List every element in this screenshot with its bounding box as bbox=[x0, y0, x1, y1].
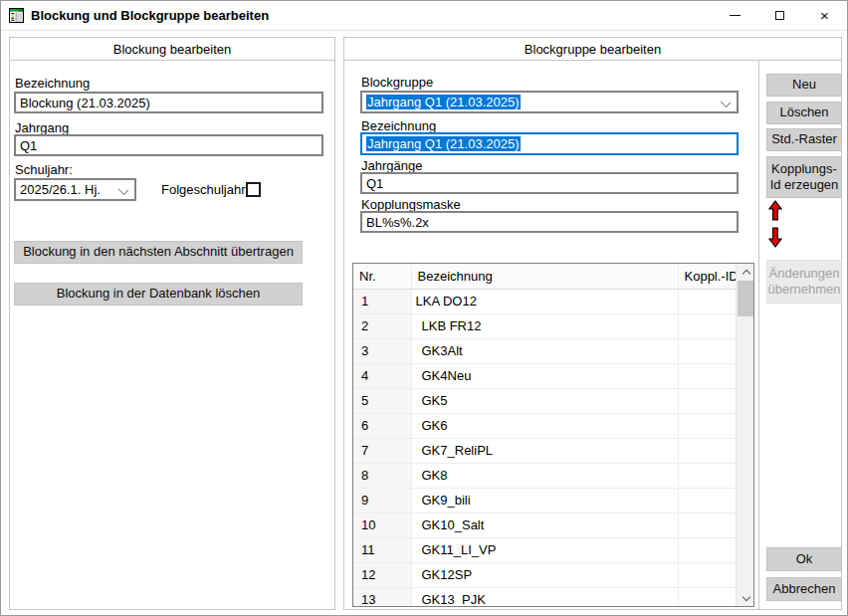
column-header[interactable]: Bezeichnung bbox=[411, 264, 678, 289]
blockgruppe-label: Blockgruppe bbox=[361, 75, 433, 91]
table-cell: 10 bbox=[353, 513, 411, 537]
kopplungs-id-erzeugen-button[interactable]: Kopplungs-Id erzeugen bbox=[766, 156, 842, 198]
column-header[interactable]: Koppl.-ID bbox=[678, 264, 736, 289]
table-cell bbox=[678, 413, 736, 438]
table-cell: 8 bbox=[353, 463, 411, 488]
transfer-blockung-button[interactable]: Blockung in den nächsten Abschnitt übert… bbox=[14, 241, 303, 264]
table-cell bbox=[678, 537, 736, 562]
chevron-down-icon bbox=[119, 186, 127, 194]
move-down-button[interactable] bbox=[768, 227, 786, 249]
folgeschuljahr-checkbox[interactable] bbox=[246, 182, 261, 197]
panel-divider bbox=[758, 61, 759, 609]
table-cell: 11 bbox=[353, 537, 411, 562]
neu-button[interactable]: Neu bbox=[766, 74, 842, 97]
table-cell bbox=[678, 338, 736, 363]
table-cell: GK7_ReliPL bbox=[411, 438, 678, 463]
close-icon: × bbox=[820, 8, 829, 23]
table-cell bbox=[678, 363, 736, 388]
bezeichnung-gruppe-value: Jahrgang Q1 (21.03.2025) bbox=[366, 136, 521, 151]
blockgruppe-selected-value: Jahrgang Q1 (21.03.2025) bbox=[366, 95, 521, 109]
chevron-down-icon bbox=[722, 99, 730, 106]
table-row[interactable]: 8GK8 bbox=[353, 463, 736, 488]
ok-button[interactable]: Ok bbox=[766, 547, 842, 571]
column-header[interactable]: Nr. bbox=[353, 264, 411, 289]
minimize-icon bbox=[730, 15, 741, 16]
abbrechen-button[interactable]: Abbrechen bbox=[766, 577, 842, 601]
table-cell: GK11_LI_VP bbox=[411, 537, 678, 562]
window-title: Blockung und Blockgruppe bearbeiten bbox=[31, 8, 269, 23]
caption-buttons: × bbox=[713, 1, 847, 30]
table-row[interactable]: 7GK7_ReliPL bbox=[353, 438, 736, 463]
std-raster-button[interactable]: Std.-Raster bbox=[766, 128, 842, 151]
maximize-button[interactable] bbox=[757, 1, 802, 30]
delete-blockung-button[interactable]: Blockung in der Datenbank löschen bbox=[14, 283, 303, 306]
table-cell bbox=[678, 587, 736, 607]
table-cell bbox=[678, 388, 736, 413]
table-cell: 3 bbox=[353, 338, 411, 363]
bezeichnung-input[interactable] bbox=[14, 92, 323, 113]
close-button[interactable]: × bbox=[802, 1, 847, 30]
table-cell: GK3Alt bbox=[411, 338, 678, 363]
blockung-group-title: Blockung bearbeiten bbox=[10, 38, 334, 61]
table-cell: GK13_PJK bbox=[411, 587, 678, 607]
blockung-group: Blockung bearbeiten Bezeichnung Jahrgang… bbox=[9, 37, 335, 610]
minimize-button[interactable] bbox=[713, 1, 757, 30]
schuljahr-label: Schuljahr: bbox=[15, 162, 73, 178]
blockgruppe-select[interactable]: Jahrgang Q1 (21.03.2025) bbox=[360, 91, 739, 113]
table-cell bbox=[678, 513, 736, 537]
table-cell bbox=[678, 438, 736, 463]
loeschen-button[interactable]: Löschen bbox=[766, 102, 842, 124]
table-row[interactable]: 13GK13_PJK bbox=[353, 587, 736, 607]
table-row[interactable]: 4GK4Neu bbox=[353, 363, 736, 388]
table-row[interactable]: 6GK6 bbox=[353, 413, 736, 438]
kurse-table: Nr.BezeichnungKoppl.-ID1LKA DO122LKB FR1… bbox=[353, 264, 737, 607]
jahrgang-input[interactable] bbox=[14, 134, 323, 156]
table-header-row: Nr.BezeichnungKoppl.-ID bbox=[353, 264, 736, 289]
chevron-up-icon bbox=[742, 269, 749, 276]
scroll-down-button[interactable] bbox=[737, 589, 754, 606]
table-row[interactable]: 9GK9_bili bbox=[353, 488, 736, 513]
bezeichnung-gruppe-input[interactable]: Jahrgang Q1 (21.03.2025) bbox=[360, 132, 739, 155]
table-row[interactable]: 1LKA DO12 bbox=[353, 289, 736, 313]
table-cell bbox=[678, 313, 736, 338]
table-row[interactable]: 3GK3Alt bbox=[353, 338, 736, 363]
folgeschuljahr-label: Folgeschuljahr bbox=[161, 182, 246, 197]
app-icon bbox=[9, 8, 25, 24]
blockgruppe-group-title: Blockgruppe bearbeiten bbox=[344, 38, 841, 61]
table-cell bbox=[678, 488, 736, 513]
red-arrow-up-icon bbox=[768, 200, 782, 221]
table-cell: GK6 bbox=[411, 413, 678, 438]
folgeschuljahr-field: Folgeschuljahr bbox=[161, 182, 261, 197]
schuljahr-selected-value: 2025/26.1. Hj. bbox=[20, 182, 101, 197]
table-row[interactable]: 5GK5 bbox=[353, 388, 736, 413]
table-cell: GK4Neu bbox=[411, 363, 678, 388]
maximize-icon bbox=[775, 11, 784, 20]
table-cell: 4 bbox=[353, 363, 411, 388]
scrollbar-thumb[interactable] bbox=[738, 281, 753, 316]
jahrgaenge-input[interactable] bbox=[360, 172, 739, 194]
table-row[interactable]: 10GK10_Salt bbox=[353, 513, 736, 537]
move-up-button[interactable] bbox=[768, 200, 786, 222]
table-cell bbox=[678, 463, 736, 488]
table-cell bbox=[678, 562, 736, 587]
table-row[interactable]: 2LKB FR12 bbox=[353, 313, 736, 338]
table-row[interactable]: 11GK11_LI_VP bbox=[353, 537, 736, 562]
table-cell: GK12SP bbox=[411, 562, 678, 587]
table-cell bbox=[678, 289, 736, 313]
table-cell: LKA DO12 bbox=[411, 289, 678, 313]
table-cell: 2 bbox=[353, 313, 411, 338]
table-cell: 13 bbox=[353, 587, 411, 607]
table-cell: LKB FR12 bbox=[411, 313, 678, 338]
table-scrollbar[interactable] bbox=[736, 264, 753, 606]
scroll-up-button[interactable] bbox=[737, 264, 754, 281]
table-cell: 5 bbox=[353, 388, 411, 413]
aenderungen-uebernehmen-button[interactable]: Änderungen übernehmen bbox=[766, 260, 842, 304]
table-cell: 9 bbox=[353, 488, 411, 513]
table-row[interactable]: 12GK12SP bbox=[353, 562, 736, 587]
table-cell: GK9_bili bbox=[411, 488, 678, 513]
schuljahr-select[interactable]: 2025/26.1. Hj. bbox=[14, 178, 136, 201]
title-bar: Blockung und Blockgruppe bearbeiten × bbox=[1, 1, 847, 31]
kopplungsmaske-input[interactable] bbox=[360, 211, 739, 233]
table-cell: 1 bbox=[353, 289, 411, 313]
table-cell: GK5 bbox=[411, 388, 678, 413]
